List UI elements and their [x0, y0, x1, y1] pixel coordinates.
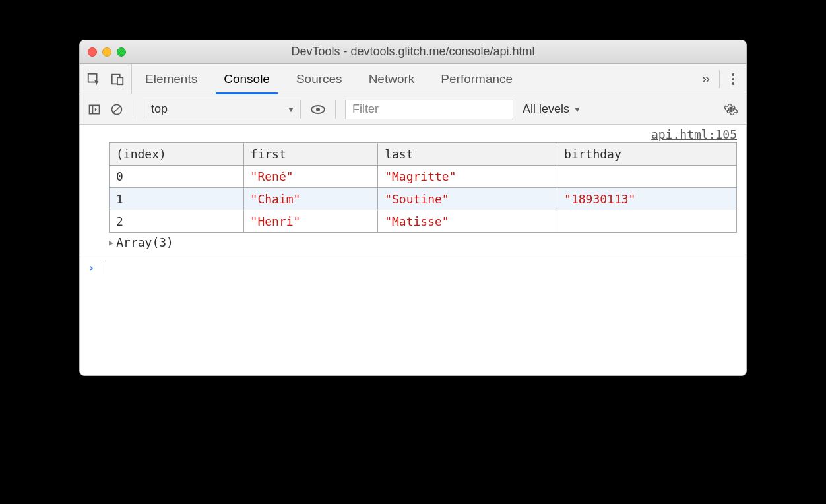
- cell-index: 0: [110, 166, 244, 188]
- inspect-tools: [80, 64, 132, 94]
- traffic-lights: [88, 47, 126, 57]
- cell-birthday: [557, 166, 737, 188]
- clear-console-icon[interactable]: [110, 103, 123, 116]
- table-row[interactable]: 2 "Henri" "Matisse": [110, 210, 737, 233]
- tab-network[interactable]: Network: [356, 64, 428, 94]
- zoom-window-button[interactable]: [117, 47, 126, 57]
- console-toolbar: top ▼ All levels ▼: [80, 94, 746, 125]
- svg-rect-2: [117, 77, 123, 84]
- array-summary-label: Array(3): [116, 236, 174, 249]
- divider: [335, 100, 336, 119]
- tab-sources[interactable]: Sources: [283, 64, 356, 94]
- divider: [719, 70, 720, 88]
- log-levels-label: All levels: [523, 102, 569, 116]
- minimize-window-button[interactable]: [102, 47, 111, 57]
- tab-console[interactable]: Console: [210, 64, 283, 94]
- svg-line-7: [113, 106, 120, 113]
- col-birthday[interactable]: birthday: [557, 143, 737, 166]
- panel-tabs: Elements Console Sources Network Perform…: [132, 64, 526, 94]
- chevron-down-icon: ▼: [287, 105, 295, 114]
- array-expand-row[interactable]: ▶ Array(3): [80, 233, 746, 255]
- log-levels-selector[interactable]: All levels ▼: [523, 102, 581, 116]
- console-table: (index) first last birthday 0 "René" "Ma…: [80, 142, 746, 233]
- svg-point-10: [729, 108, 733, 111]
- window-titlebar: DevTools - devtools.glitch.me/console/ap…: [80, 40, 746, 64]
- cell-birthday: [557, 210, 737, 233]
- col-index[interactable]: (index): [110, 143, 244, 166]
- tabs-overflow-button[interactable]: »: [702, 71, 710, 88]
- live-expression-icon[interactable]: [310, 102, 326, 117]
- console-prompt[interactable]: ›: [80, 255, 746, 280]
- table-row[interactable]: 0 "René" "Magritte": [110, 166, 737, 188]
- cell-index: 1: [110, 188, 244, 210]
- cell-last: "Matisse": [378, 210, 557, 233]
- cell-last: "Soutine": [378, 188, 557, 210]
- source-link[interactable]: api.html:105: [80, 125, 746, 142]
- cell-birthday: "18930113": [557, 188, 737, 210]
- console-output: api.html:105 (index) first last birthday…: [80, 125, 746, 375]
- context-value: top: [151, 102, 168, 116]
- window-title: DevTools - devtools.glitch.me/console/ap…: [80, 45, 746, 59]
- svg-point-9: [316, 108, 320, 111]
- tab-elements[interactable]: Elements: [132, 64, 210, 94]
- console-settings-icon[interactable]: [724, 102, 738, 117]
- devtools-window: DevTools - devtools.glitch.me/console/ap…: [79, 40, 747, 376]
- expand-triangle-icon: ▶: [109, 238, 113, 247]
- cell-first: "Chaim": [243, 188, 378, 210]
- col-last[interactable]: last: [378, 143, 557, 166]
- col-first[interactable]: first: [243, 143, 378, 166]
- table-row[interactable]: 1 "Chaim" "Soutine" "18930113": [110, 188, 737, 210]
- cell-first: "René": [243, 166, 378, 188]
- chevron-down-icon: ▼: [573, 105, 581, 114]
- context-selector[interactable]: top ▼: [143, 100, 301, 119]
- svg-marker-5: [95, 108, 97, 111]
- close-window-button[interactable]: [88, 47, 97, 57]
- cell-last: "Magritte": [378, 166, 557, 188]
- filter-input[interactable]: [345, 100, 513, 119]
- tabbar-right: »: [693, 64, 746, 94]
- text-cursor: [102, 261, 102, 274]
- tab-performance[interactable]: Performance: [428, 64, 526, 94]
- cell-index: 2: [110, 210, 244, 233]
- device-toolbar-icon[interactable]: [110, 72, 125, 86]
- divider: [133, 100, 133, 119]
- devtools-tabbar: Elements Console Sources Network Perform…: [80, 64, 746, 94]
- toggle-sidebar-icon[interactable]: [88, 103, 101, 116]
- inspect-element-icon[interactable]: [86, 72, 101, 86]
- more-options-button[interactable]: [729, 73, 737, 85]
- svg-rect-3: [90, 105, 100, 113]
- cell-first: "Henri": [243, 210, 378, 233]
- prompt-chevron-icon: ›: [88, 261, 95, 274]
